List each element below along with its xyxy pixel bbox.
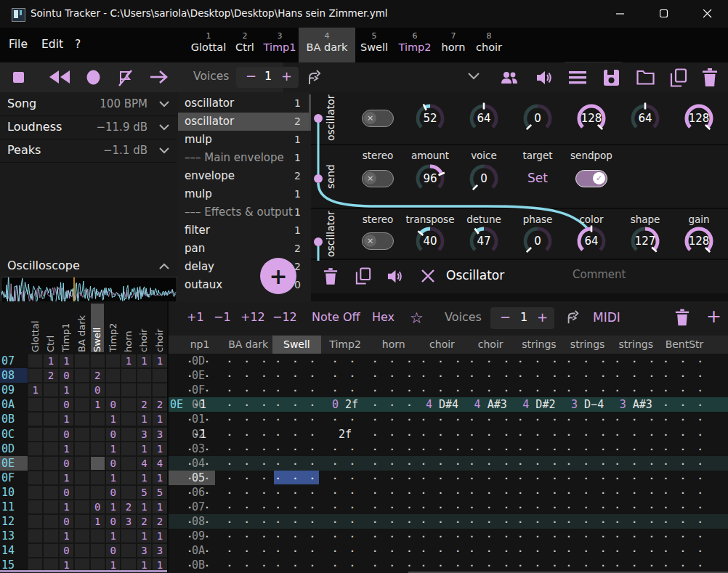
note-cell[interactable]: · · · — [563, 427, 612, 442]
order-cell[interactable] — [121, 383, 136, 397]
record-icon[interactable] — [86, 70, 100, 85]
note-cell[interactable]: · · · — [466, 442, 515, 457]
knob-phase[interactable]: 0 — [520, 224, 555, 259]
toggle-stereo[interactable]: × — [362, 110, 394, 127]
order-cell[interactable] — [105, 354, 121, 368]
order-cell[interactable] — [137, 383, 152, 397]
instrument-tab-glottal[interactable]: 1Glottal — [190, 28, 227, 62]
order-cell[interactable] — [74, 427, 89, 442]
order-cell[interactable]: 5 — [137, 485, 152, 500]
order-cell[interactable]: 0 — [90, 383, 105, 397]
order-cell[interactable]: 1 — [59, 354, 74, 368]
note-cell[interactable]: · · · — [224, 500, 272, 515]
note-cell[interactable]: · · · — [612, 368, 660, 383]
order-cell[interactable]: 0 — [59, 456, 74, 471]
order-cell[interactable]: 0 — [105, 514, 121, 529]
note-cell[interactable]: · · · — [660, 529, 709, 544]
note-cell[interactable]: · · · — [612, 558, 660, 573]
split-icon[interactable] — [306, 69, 323, 86]
note-cell[interactable]: · · · — [612, 543, 660, 558]
order-cell[interactable]: 1 — [59, 383, 74, 397]
order-cell[interactable]: 3 — [121, 514, 136, 529]
note-cell[interactable]: · · — [176, 558, 225, 573]
note-cell[interactable]: · · · — [369, 368, 418, 383]
note-cell[interactable]: · · — [321, 456, 370, 471]
order-cell[interactable] — [74, 500, 89, 514]
menu-item-edit[interactable]: Edit — [41, 38, 63, 51]
order-cell[interactable] — [28, 442, 43, 456]
order-cell[interactable]: 0 — [59, 427, 74, 442]
order-cell[interactable] — [105, 368, 121, 383]
note-cell[interactable]: · · · — [563, 412, 612, 427]
order-cell[interactable]: 2 — [137, 397, 152, 412]
note-cell[interactable]: · · · — [418, 529, 466, 544]
order-cell[interactable]: 1 — [137, 500, 152, 514]
order-cell[interactable]: 1 — [59, 500, 74, 514]
note-cell[interactable]: · · · — [515, 456, 564, 471]
order-cell[interactable]: 0 — [59, 485, 74, 500]
knob-shape[interactable]: 127 — [628, 224, 663, 259]
note-cell[interactable]: · · · — [515, 485, 564, 500]
order-cell[interactable] — [28, 514, 43, 529]
note-cell[interactable]: -1 — [176, 397, 225, 412]
note-track-header-swell-2[interactable]: Swell — [272, 336, 321, 354]
menu-item-help[interactable]: ? — [75, 38, 81, 51]
note-cell[interactable]: · · — [321, 354, 370, 369]
song-panel-row-loudness[interactable]: Loudness−11.9 dB — [0, 115, 177, 139]
note-cell[interactable]: · · — [176, 383, 225, 398]
order-cell[interactable] — [28, 354, 43, 368]
note-cell[interactable]: · · · — [272, 485, 321, 500]
toggle-sendpop[interactable]: ✓ — [575, 170, 607, 187]
note-cell[interactable]: · · · — [418, 514, 466, 529]
note-cell[interactable]: · · · — [369, 485, 418, 500]
knob-param4[interactable]: 128 — [574, 101, 609, 136]
note-cell[interactable]: · · — [321, 543, 370, 558]
order-cell[interactable]: 0 — [105, 456, 121, 471]
stop-icon[interactable] — [13, 72, 24, 83]
note-cell[interactable]: · · · — [418, 442, 466, 457]
order-cell[interactable] — [74, 383, 89, 397]
note-cell[interactable]: · · · — [563, 442, 612, 457]
note-cell[interactable]: · · — [176, 500, 225, 515]
chevron-down-icon[interactable] — [468, 73, 480, 80]
menu-item-file[interactable]: File — [9, 38, 28, 51]
note-cell[interactable]: · · · — [660, 427, 709, 442]
note-cell[interactable]: · · · — [660, 558, 709, 573]
note-cell[interactable]: · · · — [515, 427, 564, 442]
order-cell[interactable]: 0 — [105, 485, 121, 500]
note-track-header-strings-9[interactable]: strings — [612, 336, 660, 354]
knob-param3[interactable]: 0 — [520, 101, 555, 136]
note-cell[interactable]: · · · — [660, 500, 709, 515]
order-cell[interactable] — [121, 543, 136, 558]
order-cell[interactable] — [121, 442, 136, 456]
instrument-tab-swell[interactable]: 5Swell — [357, 28, 392, 62]
note-cell[interactable]: · · · — [660, 354, 709, 369]
note-cell[interactable]: · · · — [466, 500, 515, 515]
note-cell[interactable]: 3 A#3 — [612, 397, 660, 412]
star-icon[interactable]: ☆ — [410, 309, 424, 327]
note-cell[interactable]: · · — [321, 412, 370, 427]
note-cell[interactable]: · · · — [515, 558, 564, 573]
note-cell[interactable]: · · · — [660, 514, 709, 529]
order-table-hscrollbar[interactable] — [0, 570, 167, 572]
order-cell[interactable] — [121, 485, 136, 500]
note-cell[interactable]: 4 D#2 — [515, 397, 564, 412]
note-cell[interactable]: · · · — [563, 514, 612, 529]
note-cell[interactable]: · · · — [660, 412, 709, 427]
order-cell[interactable]: 1 — [59, 529, 74, 543]
knob-param2[interactable]: 64 — [466, 101, 501, 136]
order-cell[interactable] — [121, 368, 136, 383]
note-cell[interactable]: · · · — [369, 529, 418, 544]
note-cell[interactable]: · · · — [563, 471, 612, 486]
copy-icon[interactable] — [355, 267, 371, 285]
order-cell[interactable]: 0 — [105, 543, 121, 558]
order-cell[interactable]: 3 — [152, 427, 167, 442]
add-track-icon[interactable]: + — [706, 306, 721, 327]
order-cell[interactable]: 1 — [105, 529, 121, 543]
order-cell[interactable] — [28, 500, 43, 514]
order-cell[interactable]: 0 — [105, 397, 121, 412]
order-cell[interactable]: 1 — [152, 500, 167, 514]
note-cell[interactable]: · · · — [272, 543, 321, 558]
order-cell[interactable]: 1 — [137, 354, 152, 368]
order-cell[interactable] — [152, 383, 167, 397]
